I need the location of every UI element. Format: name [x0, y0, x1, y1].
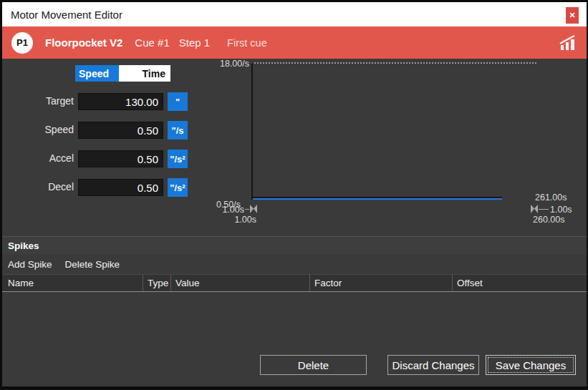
spikes-menu: Add Spike Delete Spike [2, 254, 587, 274]
save-changes-button[interactable]: Save Changes [486, 355, 576, 375]
mode-toggle: Speed Time [75, 65, 170, 82]
chart-decel-duration-label: 1.00s [550, 205, 572, 215]
panel-badge: P1 [11, 32, 33, 54]
titlebar: Motor Movement Editor ✕ [2, 2, 587, 26]
column-header-offset[interactable]: Offset [452, 275, 587, 291]
spikes-table-body: Delete Discard Changes Save Changes [2, 292, 587, 386]
tab-speed[interactable]: Speed [75, 65, 119, 82]
accel-input[interactable] [78, 150, 163, 167]
header-bar: P1 Floorpocket V2 Cue #1 Step 1 First cu… [2, 26, 587, 59]
cue-number: Cue #1 [135, 36, 169, 49]
chart-limit-dotted-line [254, 62, 536, 64]
spikes-title: Spikes [8, 240, 39, 251]
decel-label: Decel [5, 181, 74, 192]
chart-decel-start-label: 260.00s [533, 215, 564, 225]
speed-unit-badge[interactable]: "/s [168, 121, 188, 140]
target-label: Target [5, 95, 74, 107]
chart-y-axis [251, 64, 253, 200]
tab-time[interactable]: Time [119, 65, 170, 82]
add-spike-button[interactable]: Add Spike [8, 259, 52, 270]
target-unit-badge[interactable]: " [168, 92, 188, 111]
decel-marker-icon[interactable] [530, 204, 539, 214]
delete-spike-button[interactable]: Delete Spike [65, 259, 120, 270]
speed-input[interactable] [78, 122, 163, 139]
discard-changes-button[interactable]: Discard Changes [387, 355, 479, 375]
close-button[interactable]: ✕ [566, 7, 579, 24]
window-title: Motor Movement Editor [11, 9, 122, 21]
column-header-value[interactable]: Value [170, 275, 309, 291]
spikes-section-header: Spikes [2, 236, 587, 254]
chart-accel-duration-label: 1.00s [206, 205, 244, 215]
speed-label: Speed [5, 124, 74, 135]
accel-unit-badge[interactable]: "/s² [168, 150, 188, 168]
step-number: Step 1 [179, 36, 210, 49]
motor-name: Floorpocket V2 [45, 36, 122, 49]
decel-unit-badge[interactable]: "/s² [168, 178, 188, 197]
movement-editor-content: Speed Time Target " Speed "/s Accel "/s²… [2, 59, 587, 236]
column-header-factor[interactable]: Factor [309, 275, 452, 291]
column-header-name[interactable]: Name [2, 275, 143, 291]
accel-row: Accel "/s² [2, 150, 190, 168]
accel-label: Accel [5, 152, 74, 164]
spikes-table-header: Name Type Value Factor Offset [2, 274, 587, 292]
target-row: Target " [2, 92, 190, 111]
decel-input[interactable] [78, 179, 163, 196]
accel-marker-icon[interactable] [249, 204, 258, 214]
delete-button[interactable]: Delete [260, 355, 367, 375]
speed-row: Speed "/s [2, 121, 190, 140]
trend-chart-icon [559, 34, 577, 52]
motor-movement-editor-window: Motor Movement Editor ✕ P1 Floorpocket V… [0, 0, 588, 390]
target-input[interactable] [78, 93, 163, 110]
decel-marker-line [539, 209, 549, 210]
column-header-type[interactable]: Type [143, 275, 170, 291]
chart-ymax-label: 18.00/s [203, 59, 249, 69]
decel-row: Decel "/s² [2, 178, 190, 197]
chart-profile-line[interactable] [253, 198, 502, 200]
cue-name: First cue [227, 37, 267, 49]
chart-end-time-label: 261.00s [535, 192, 567, 203]
chart-accel-start-label: 1.00s [213, 215, 256, 225]
close-icon: ✕ [569, 11, 575, 20]
